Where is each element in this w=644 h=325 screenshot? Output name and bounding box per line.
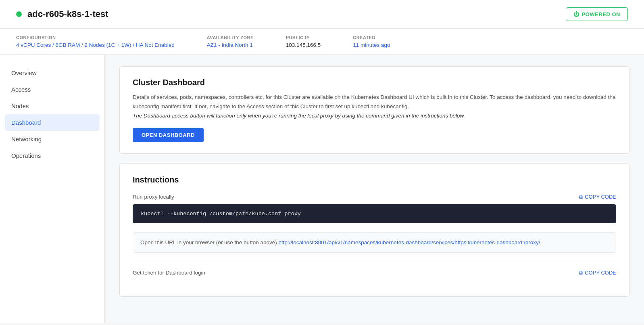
az-label: AVAILABILITY ZONE xyxy=(207,35,254,40)
public-ip-label: PUBLIC IP xyxy=(286,35,321,40)
instructions-card: Instructions Run proxy locally ⧉ COPY CO… xyxy=(119,164,629,297)
configuration-value: 4 vCPU Cores / 8GB RAM / 2 Nodes (1C + 1… xyxy=(16,42,175,48)
content-area: Cluster Dashboard Details of services, p… xyxy=(105,55,644,323)
sidebar-item-networking[interactable]: Networking xyxy=(0,131,104,147)
token-section: Get token for Dashboard login ⧉ COPY COD… xyxy=(133,262,616,276)
configuration-label: CONFIGURATION xyxy=(16,35,175,40)
sidebar-item-operations[interactable]: Operations xyxy=(0,147,104,164)
dashboard-url-link[interactable]: http://localhost:8001/api/v1/namespaces/… xyxy=(278,239,540,245)
url-section: Open this URL in your browser (or use th… xyxy=(133,232,616,253)
copy-code-label-token: COPY CODE xyxy=(585,270,616,276)
main-layout: Overview Access Nodes Dashboard Networki… xyxy=(0,55,644,323)
status-dot xyxy=(16,11,22,17)
sidebar-item-dashboard[interactable]: Dashboard xyxy=(5,114,100,131)
url-block: Open this URL in your browser (or use th… xyxy=(133,232,616,253)
proxy-code-block: kubectl --kubeconfig /custom/path/kube.c… xyxy=(133,204,616,223)
meta-bar: CONFIGURATION 4 vCPU Cores / 8GB RAM / 2… xyxy=(0,29,644,55)
sidebar-item-nodes[interactable]: Nodes xyxy=(0,98,104,114)
instructions-title: Instructions xyxy=(133,175,616,185)
token-label-row: Get token for Dashboard login ⧉ COPY COD… xyxy=(133,269,616,276)
run-proxy-label: Run proxy locally xyxy=(133,194,174,200)
copy-code-label-proxy: COPY CODE xyxy=(585,194,616,200)
meta-availability-zone: AVAILABILITY ZONE AZ1 - India North 1 xyxy=(207,35,254,48)
cluster-dashboard-card: Cluster Dashboard Details of services, p… xyxy=(119,66,629,154)
copy-icon-token: ⧉ xyxy=(579,269,583,276)
meta-public-ip: PUBLIC IP 103.145.166.5 xyxy=(286,35,321,48)
created-value: 11 minutes ago xyxy=(353,42,390,48)
powered-on-button[interactable]: ⏻ POWERED ON xyxy=(566,7,628,21)
powered-on-label: POWERED ON xyxy=(582,11,620,17)
open-dashboard-button[interactable]: OPEN DASHBOARD xyxy=(133,128,204,142)
meta-configuration: CONFIGURATION 4 vCPU Cores / 8GB RAM / 2… xyxy=(16,35,175,48)
cluster-dashboard-title: Cluster Dashboard xyxy=(133,78,616,87)
run-proxy-label-row: Run proxy locally ⧉ COPY CODE xyxy=(133,193,616,200)
cluster-dashboard-description: Details of services, pods, namespaces, c… xyxy=(133,93,616,121)
public-ip-value: 103.145.166.5 xyxy=(286,42,321,48)
run-proxy-section: Run proxy locally ⧉ COPY CODE kubectl --… xyxy=(133,193,616,223)
created-label: CREATED xyxy=(353,35,390,40)
sidebar-item-access[interactable]: Access xyxy=(0,81,104,98)
cluster-name: adc-r605-k8s-1-test xyxy=(27,9,108,19)
power-icon: ⏻ xyxy=(573,11,579,17)
copy-code-button-token[interactable]: ⧉ COPY CODE xyxy=(579,269,616,276)
description-italic: The Dashboard access button will functio… xyxy=(133,113,465,119)
description-text: Details of services, pods, namespaces, c… xyxy=(133,94,615,109)
sidebar: Overview Access Nodes Dashboard Networki… xyxy=(0,55,105,323)
token-label: Get token for Dashboard login xyxy=(133,270,205,276)
url-prefix-text: Open this URL in your browser (or use th… xyxy=(140,239,278,245)
top-bar: adc-r605-k8s-1-test ⏻ POWERED ON xyxy=(0,0,644,29)
az-value: AZ1 - India North 1 xyxy=(207,42,254,48)
copy-icon-proxy: ⧉ xyxy=(579,193,583,200)
proxy-command: kubectl --kubeconfig /custom/path/kube.c… xyxy=(141,211,301,217)
cluster-name-area: adc-r605-k8s-1-test xyxy=(16,9,108,19)
copy-code-button-proxy[interactable]: ⧉ COPY CODE xyxy=(579,193,616,200)
sidebar-item-overview[interactable]: Overview xyxy=(0,65,104,81)
meta-created: CREATED 11 minutes ago xyxy=(353,35,390,48)
